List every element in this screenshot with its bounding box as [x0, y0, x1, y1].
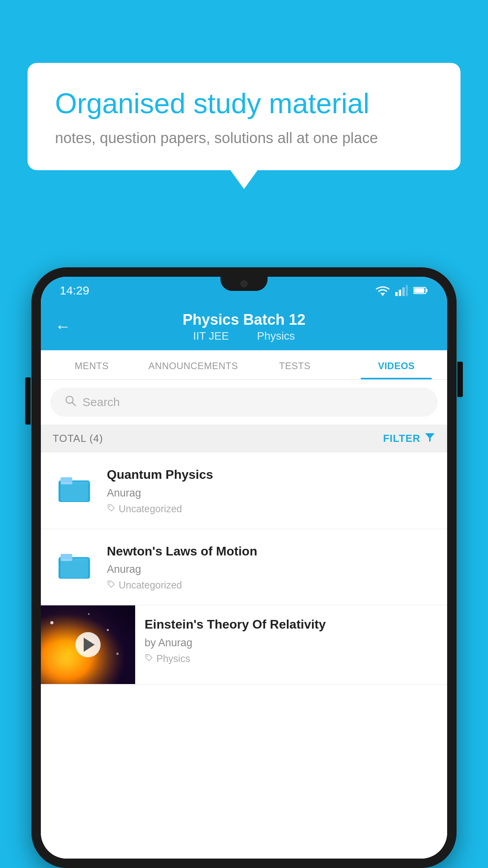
- video-title-2: Newton's Laws of Motion: [107, 543, 435, 560]
- signal-icon: [395, 285, 408, 296]
- phone-outer: 14:29: [31, 267, 457, 868]
- camera-dot: [240, 280, 248, 287]
- back-button[interactable]: ←: [55, 317, 71, 335]
- svg-point-18: [147, 655, 148, 657]
- play-button-3[interactable]: [75, 632, 101, 657]
- folder-icon: [57, 549, 92, 581]
- list-item[interactable]: Quantum Physics Anurag Uncategorized: [41, 452, 447, 529]
- tab-ments[interactable]: MENTS: [41, 350, 143, 379]
- video-tag-3: Physics: [145, 653, 438, 664]
- search-placeholder: Search: [83, 395, 120, 409]
- header-subtitle-sep: [242, 330, 248, 342]
- svg-marker-0: [380, 293, 385, 296]
- folder-icon: [57, 473, 92, 504]
- tag-icon-2: [107, 579, 116, 591]
- header-subtitle-left: IIT JEE: [193, 330, 229, 342]
- bubble-subtitle: notes, question papers, solutions all at…: [55, 130, 433, 147]
- speech-bubble: Organised study material notes, question…: [28, 63, 460, 170]
- video-thumbnail-3: [41, 605, 135, 684]
- header-subtitle: IIT JEE Physics: [188, 330, 299, 342]
- folder-thumb-1: [53, 467, 96, 510]
- app-header: ← Physics Batch 12 IIT JEE Physics: [41, 302, 447, 350]
- speech-bubble-section: Organised study material notes, question…: [28, 63, 460, 170]
- svg-rect-12: [61, 482, 88, 501]
- svg-point-17: [109, 582, 110, 583]
- status-icons: [376, 285, 428, 296]
- video-author-1: Anurag: [107, 487, 435, 499]
- video-title-3: Einstein's Theory Of Relativity: [145, 616, 438, 633]
- folder-thumb-2: [53, 543, 96, 587]
- tag-icon-3: [145, 653, 153, 664]
- tab-bar: MENTS ANNOUNCEMENTS TESTS VIDEOS: [41, 350, 447, 380]
- wifi-icon: [376, 285, 390, 296]
- video-list: Quantum Physics Anurag Uncategorized: [41, 452, 447, 859]
- svg-rect-3: [402, 287, 405, 296]
- tag-icon-1: [107, 503, 116, 515]
- svg-rect-6: [426, 289, 427, 292]
- search-container: Search: [41, 380, 447, 425]
- video-title-1: Quantum Physics: [107, 467, 435, 483]
- filter-bar: TOTAL (4) FILTER: [41, 425, 447, 452]
- video-tag-1: Uncategorized: [107, 503, 435, 515]
- video-author-2: Anurag: [107, 563, 435, 576]
- header-title: Physics Batch 12: [183, 311, 306, 328]
- tab-videos[interactable]: VIDEOS: [346, 350, 448, 379]
- svg-line-9: [72, 403, 75, 406]
- video-author-3: by Anurag: [145, 637, 438, 649]
- search-bar[interactable]: Search: [50, 388, 438, 417]
- filter-button[interactable]: FILTER: [383, 432, 435, 445]
- thumb-background: [41, 605, 135, 684]
- tab-tests[interactable]: TESTS: [244, 350, 346, 379]
- status-time: 14:29: [60, 284, 89, 297]
- video-info-2: Newton's Laws of Motion Anurag Uncategor…: [107, 543, 435, 591]
- phone-mockup: 14:29: [31, 267, 457, 868]
- phone-notch: [220, 277, 268, 291]
- total-label: TOTAL (4): [53, 432, 103, 445]
- phone-screen: 14:29: [41, 277, 447, 859]
- bubble-title: Organised study material: [55, 86, 433, 120]
- battery-icon: [413, 286, 428, 295]
- video-tag-2: Uncategorized: [107, 579, 435, 591]
- header-subtitle-right: Physics: [257, 330, 295, 342]
- list-item[interactable]: Newton's Laws of Motion Anurag Uncategor…: [41, 529, 447, 606]
- svg-rect-7: [414, 288, 424, 293]
- video-info-1: Quantum Physics Anurag Uncategorized: [107, 467, 435, 515]
- svg-rect-1: [395, 292, 398, 296]
- play-triangle-icon: [84, 638, 95, 652]
- list-item[interactable]: Einstein's Theory Of Relativity by Anura…: [41, 605, 447, 684]
- video-info-3: Einstein's Theory Of Relativity by Anura…: [135, 605, 447, 675]
- filter-funnel-icon: [424, 432, 435, 445]
- svg-rect-16: [61, 559, 88, 578]
- svg-rect-2: [399, 290, 401, 296]
- tab-announcements[interactable]: ANNOUNCEMENTS: [143, 350, 244, 379]
- search-icon: [64, 395, 76, 410]
- svg-rect-4: [406, 285, 408, 296]
- svg-point-13: [109, 506, 110, 507]
